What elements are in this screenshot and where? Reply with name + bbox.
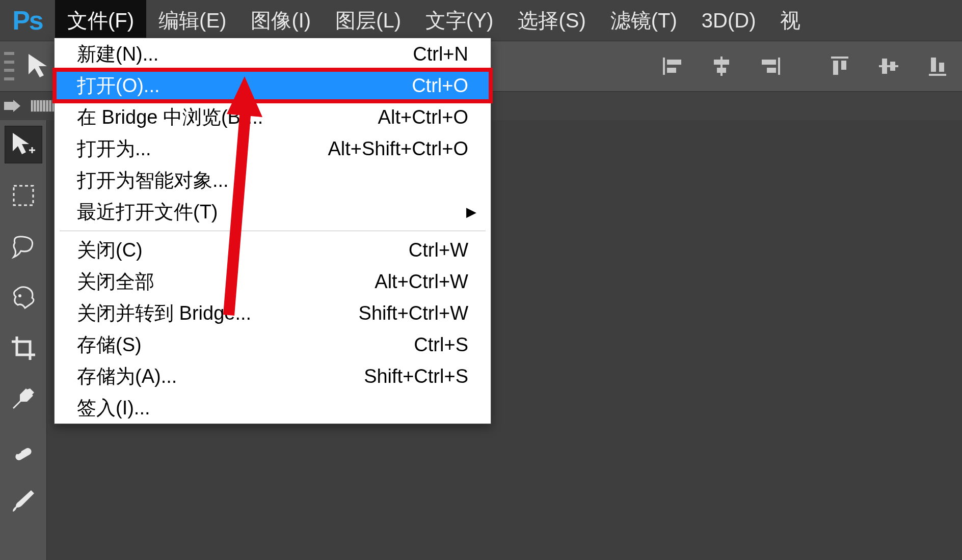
svg-rect-3 (667, 68, 676, 73)
healing-brush-tool[interactable] (5, 432, 42, 468)
menu-label: 选择(S) (518, 7, 585, 35)
menu-label: 图像(I) (251, 7, 311, 35)
menu-item-shortcut: Ctrl+S (414, 334, 468, 356)
menu-3d[interactable]: 3D(D) (689, 0, 768, 41)
menu-bar: Ps 文件(F) 编辑(E) 图像(I) 图层(L) 文字(Y) 选择(S) 滤… (0, 0, 962, 41)
menu-item-open-smart-object[interactable]: 打开为智能对象... (55, 164, 491, 196)
menu-item-recent-files[interactable]: 最近打开文件(T) (55, 196, 491, 228)
svg-point-24 (18, 294, 21, 297)
menu-item-label: 打开为智能对象... (77, 167, 468, 193)
menu-item-close-all[interactable]: 关闭全部Alt+Ctrl+W (55, 266, 491, 297)
menu-item-shortcut: Shift+Ctrl+S (364, 366, 468, 387)
svg-rect-12 (841, 61, 846, 70)
menu-item-close-bridge[interactable]: 关闭并转到 Bridge...Shift+Ctrl+W (55, 297, 491, 329)
svg-rect-16 (929, 74, 946, 76)
menu-item-label: 存储为(A)... (77, 363, 364, 389)
align-top-edges-icon[interactable] (824, 51, 855, 81)
svg-rect-1 (663, 58, 665, 75)
tool-preset-picker[interactable] (24, 51, 55, 81)
tab-arrow-icon (3, 99, 21, 113)
menu-label: 文字(Y) (425, 7, 493, 35)
menu-item-check-in[interactable]: 签入(I)... (55, 392, 491, 424)
crop-tool[interactable] (5, 330, 42, 367)
svg-rect-4 (720, 57, 723, 76)
svg-rect-10 (831, 57, 848, 59)
menu-item-label: 打开(O)... (77, 73, 412, 99)
svg-rect-17 (931, 58, 936, 72)
rectangular-marquee-tool[interactable] (5, 177, 42, 214)
svg-marker-0 (29, 54, 47, 77)
menu-label: 滤镜(T) (610, 7, 677, 35)
align-vertical-centers-icon[interactable] (873, 51, 904, 81)
align-right-edges-icon[interactable] (755, 51, 786, 81)
file-menu-dropdown: 新建(N)...Ctrl+N 打开(O)...Ctrl+O 在 Bridge 中… (54, 38, 491, 424)
align-horizontal-centers-icon[interactable] (706, 51, 737, 81)
menu-select[interactable]: 选择(S) (505, 0, 598, 41)
menu-type[interactable]: 文字(Y) (413, 0, 505, 41)
svg-rect-8 (762, 60, 776, 65)
svg-rect-6 (717, 68, 726, 73)
svg-rect-25 (14, 446, 32, 461)
menu-view[interactable]: 视 (768, 0, 813, 41)
menu-item-shortcut: Alt+Ctrl+W (375, 271, 468, 293)
menu-separator (60, 231, 486, 231)
svg-marker-20 (13, 133, 29, 154)
move-tool[interactable] (5, 126, 42, 163)
menu-item-shortcut: Ctrl+N (413, 43, 468, 65)
menu-item-close[interactable]: 关闭(C)Ctrl+W (55, 234, 491, 266)
menu-filter[interactable]: 滤镜(T) (598, 0, 689, 41)
menu-item-label: 在 Bridge 中浏览(B)... (77, 104, 378, 130)
menu-item-label: 关闭并转到 Bridge... (77, 300, 359, 326)
menu-item-open[interactable]: 打开(O)...Ctrl+O (55, 70, 491, 101)
menu-item-new[interactable]: 新建(N)...Ctrl+N (55, 38, 491, 70)
menu-label: 图层(L) (335, 7, 401, 35)
svg-rect-23 (14, 186, 33, 205)
menu-item-shortcut: Alt+Ctrl+O (378, 106, 468, 128)
menu-edit[interactable]: 编辑(E) (146, 0, 238, 41)
menu-item-browse-bridge[interactable]: 在 Bridge 中浏览(B)...Alt+Ctrl+O (55, 101, 491, 133)
menu-label: 3D(D) (702, 9, 756, 32)
menu-item-label: 存储(S) (77, 332, 414, 358)
menu-layer[interactable]: 图层(L) (323, 0, 413, 41)
svg-marker-19 (4, 100, 20, 112)
svg-rect-15 (890, 62, 895, 71)
menu-item-label: 打开为... (77, 136, 328, 162)
menu-item-open-as[interactable]: 打开为...Alt+Shift+Ctrl+O (55, 133, 491, 164)
app-logo: Ps (0, 0, 55, 41)
app-logo-text: Ps (12, 5, 43, 36)
svg-rect-9 (767, 68, 776, 73)
menu-item-label: 签入(I)... (77, 395, 468, 421)
lasso-tool[interactable] (5, 228, 42, 265)
menu-item-label: 关闭(C) (77, 237, 409, 263)
menu-item-shortcut: Ctrl+W (409, 239, 468, 261)
menu-item-shortcut: Ctrl+O (412, 75, 468, 97)
menu-label: 视 (780, 7, 800, 35)
menu-file[interactable]: 文件(F) (55, 0, 146, 41)
brush-tool[interactable] (5, 483, 42, 519)
menu-item-shortcut: Shift+Ctrl+W (359, 302, 468, 324)
menu-image[interactable]: 图像(I) (238, 0, 323, 41)
svg-rect-5 (714, 60, 729, 65)
svg-rect-18 (939, 63, 944, 72)
menu-label: 文件(F) (67, 7, 134, 35)
menu-item-save[interactable]: 存储(S)Ctrl+S (55, 329, 491, 360)
menu-item-label: 关闭全部 (77, 269, 375, 295)
align-left-edges-icon[interactable] (657, 51, 688, 81)
svg-rect-2 (667, 60, 681, 65)
svg-rect-14 (882, 59, 887, 74)
menu-item-save-as[interactable]: 存储为(A)...Shift+Ctrl+S (55, 360, 491, 392)
grip-icon (4, 52, 14, 80)
svg-rect-11 (833, 61, 838, 75)
svg-rect-13 (879, 65, 898, 67)
quick-selection-tool[interactable] (5, 279, 42, 316)
tools-panel (0, 120, 47, 560)
svg-rect-7 (778, 58, 780, 75)
eyedropper-tool[interactable] (5, 381, 42, 417)
menu-item-shortcut: Alt+Shift+Ctrl+O (328, 138, 468, 160)
menu-item-label: 最近打开文件(T) (77, 199, 468, 225)
menu-item-label: 新建(N)... (77, 41, 413, 67)
align-bottom-edges-icon[interactable] (922, 51, 953, 81)
menu-label: 编辑(E) (158, 7, 226, 35)
